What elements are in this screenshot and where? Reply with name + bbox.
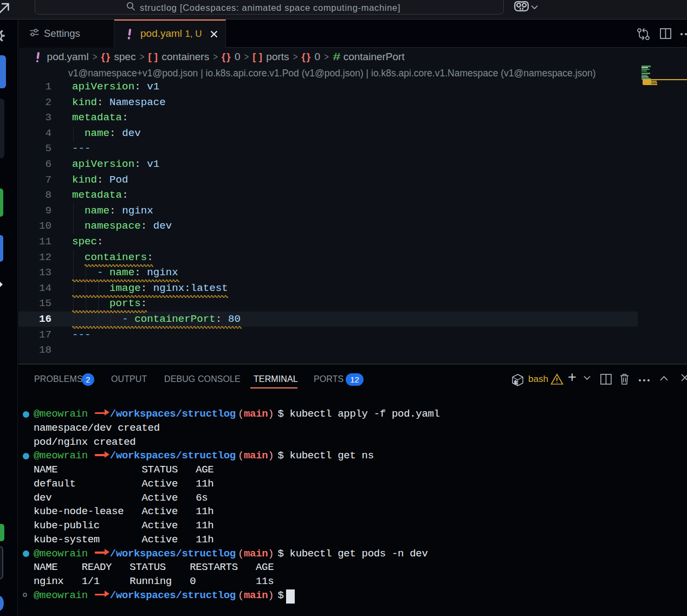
svg-text:$: $ <box>514 380 517 386</box>
